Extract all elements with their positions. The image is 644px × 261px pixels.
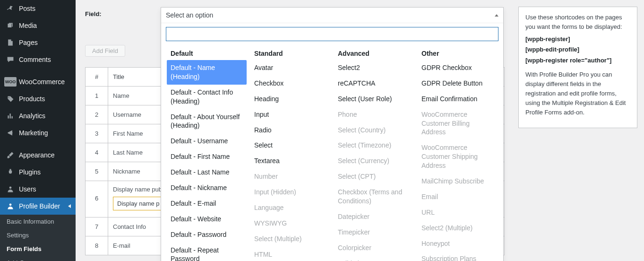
col-number: # xyxy=(86,68,108,87)
dropdown-option[interactable]: Default - About Yourself (Heading) xyxy=(167,109,247,134)
row-number: 3 xyxy=(86,124,108,143)
dropdown-selected-label: Select an option xyxy=(166,11,213,19)
dropdown-option: Checkbox (Terms and Conditions) xyxy=(334,184,414,209)
dropdown-option[interactable]: Checkbox xyxy=(250,76,330,91)
submenu-item-settings[interactable]: Settings xyxy=(0,228,76,242)
dropdown-option: Validation xyxy=(334,256,414,261)
dropdown-option[interactable]: GDPR Delete Button xyxy=(418,76,498,91)
dropdown-option[interactable]: Default - Repeat Password xyxy=(167,243,247,261)
menu-label: Plugins xyxy=(19,168,41,176)
row-badge: Display name p xyxy=(113,197,164,210)
dropdown-option[interactable]: Default - E-mail xyxy=(167,196,247,211)
dropdown-option[interactable]: Default - Name (Heading) xyxy=(167,60,247,85)
dropdown-option: WYSIWYG xyxy=(250,216,330,231)
row-number: 2 xyxy=(86,105,108,124)
dropdown-option[interactable]: Default - Nickname xyxy=(167,180,247,196)
woo-icon: WOO xyxy=(6,77,15,87)
menu-item-pages[interactable]: Pages xyxy=(0,34,76,51)
menu-item-comments[interactable]: Comments xyxy=(0,51,76,68)
dropdown-option: Input (Hidden) xyxy=(250,184,330,200)
field-label: Field: xyxy=(85,10,102,17)
dropdown-option: Select (Timezone) xyxy=(334,138,414,153)
menu-label: Profile Builder xyxy=(19,202,60,210)
menu-item-marketing[interactable]: Marketing xyxy=(0,124,76,141)
dropdown-option: WooCommerce Customer Billing Address xyxy=(418,107,498,140)
dropdown-search-input[interactable] xyxy=(166,27,498,41)
dropdown-option[interactable]: GDPR Checkbox xyxy=(418,60,498,76)
submenu-item-add-ons[interactable]: Add-Ons xyxy=(0,256,76,261)
dropdown-option: Select (CPT) xyxy=(334,169,414,184)
dropdown-toggle[interactable]: Select an option xyxy=(161,8,503,23)
dropdown-group-label: Standard xyxy=(250,48,330,60)
dropdown-group-label: Other xyxy=(418,48,498,60)
brush-icon xyxy=(6,150,15,160)
dropdown-option[interactable]: Default - Last Name xyxy=(167,165,247,180)
dropdown-option[interactable]: Default - Password xyxy=(167,227,247,243)
menu-item-profile-builder[interactable]: Profile Builder xyxy=(0,198,76,215)
dropdown-option[interactable]: Email Confirmation xyxy=(418,91,498,107)
dropdown-option[interactable]: Default - Username xyxy=(167,133,247,149)
dropdown-option[interactable]: Heading xyxy=(250,91,330,107)
menu-label: Users xyxy=(19,185,36,193)
field-type-dropdown: Select an option DefaultDefault - Name (… xyxy=(161,7,504,261)
dropdown-option: Select (Currency) xyxy=(334,153,414,169)
dropdown-option: MailChimp Subscribe xyxy=(418,174,498,189)
dropdown-option: Colorpicker xyxy=(334,240,414,256)
row-number: 5 xyxy=(86,162,108,181)
menu-item-woocommerce[interactable]: WOOWooCommerce xyxy=(0,73,76,90)
row-number: 8 xyxy=(86,236,108,255)
tag-icon xyxy=(6,94,15,104)
dropdown-group: StandardAvatarCheckboxHeadingInputRadioS… xyxy=(249,48,332,261)
dropdown-option: Subscription Plans xyxy=(418,251,498,261)
pin-icon xyxy=(6,4,15,13)
dropdown-group: OtherGDPR CheckboxGDPR Delete ButtonEmai… xyxy=(416,48,499,261)
dropdown-group-label: Advanced xyxy=(334,48,414,60)
mega-icon xyxy=(6,128,15,138)
chevron-up-icon xyxy=(495,14,498,17)
dropdown-option[interactable]: Radio xyxy=(250,122,330,138)
menu-item-posts[interactable]: Posts xyxy=(0,0,76,17)
dropdown-option: Timepicker xyxy=(334,225,414,240)
submenu-item-basic-information[interactable]: Basic Information xyxy=(0,215,76,228)
dropdown-group: DefaultDefault - Name (Heading)Default -… xyxy=(165,48,249,261)
dropdown-option: Datepicker xyxy=(334,209,414,225)
dropdown-option: Select (Country) xyxy=(334,122,414,138)
dropdown-option: Number xyxy=(250,169,330,184)
dropdown-option: Select (Multiple) xyxy=(250,231,330,247)
dropdown-option[interactable]: Default - Website xyxy=(167,211,247,227)
active-arrow-icon xyxy=(68,204,71,208)
menu-label: Media xyxy=(19,21,37,30)
dropdown-option: Phone xyxy=(334,107,414,122)
dropdown-option[interactable]: Select (User Role) xyxy=(334,91,414,107)
user-icon xyxy=(6,201,15,211)
help-note: With Profile Builder Pro you can display… xyxy=(525,70,630,118)
dropdown-option: Select2 (Multiple) xyxy=(418,220,498,236)
menu-label: Posts xyxy=(19,4,35,13)
menu-item-media[interactable]: Media xyxy=(0,17,76,34)
user-icon xyxy=(6,184,15,194)
submenu-item-form-fields[interactable]: Form Fields xyxy=(0,242,76,256)
menu-label: Products xyxy=(19,95,45,103)
dropdown-option: Honeypot xyxy=(418,236,498,252)
add-field-button[interactable]: Add Field xyxy=(85,45,125,57)
comment-icon xyxy=(6,55,15,64)
menu-label: Comments xyxy=(19,55,51,64)
dropdown-option[interactable]: reCAPTCHA xyxy=(334,76,414,91)
menu-item-appearance[interactable]: Appearance xyxy=(0,147,76,164)
dropdown-option[interactable]: Avatar xyxy=(250,60,330,76)
dropdown-option[interactable]: Default - First Name xyxy=(167,149,247,165)
dropdown-group: AdvancedSelect2reCAPTCHASelect (User Rol… xyxy=(332,48,416,261)
menu-item-users[interactable]: Users xyxy=(0,181,76,198)
dropdown-option[interactable]: Input xyxy=(250,107,330,122)
dropdown-option[interactable]: Default - Contact Info (Heading) xyxy=(167,85,247,109)
row-number: 4 xyxy=(86,143,108,162)
dropdown-option[interactable]: Textarea xyxy=(250,153,330,169)
menu-item-products[interactable]: Products xyxy=(0,90,76,107)
row-number: 7 xyxy=(86,218,108,236)
dropdown-option[interactable]: Select xyxy=(250,138,330,153)
menu-label: Marketing xyxy=(19,129,48,137)
dropdown-option[interactable]: Select2 xyxy=(334,60,414,76)
menu-item-plugins[interactable]: Plugins xyxy=(0,164,76,181)
menu-label: Pages xyxy=(19,38,38,47)
menu-item-analytics[interactable]: Analytics xyxy=(0,107,76,124)
